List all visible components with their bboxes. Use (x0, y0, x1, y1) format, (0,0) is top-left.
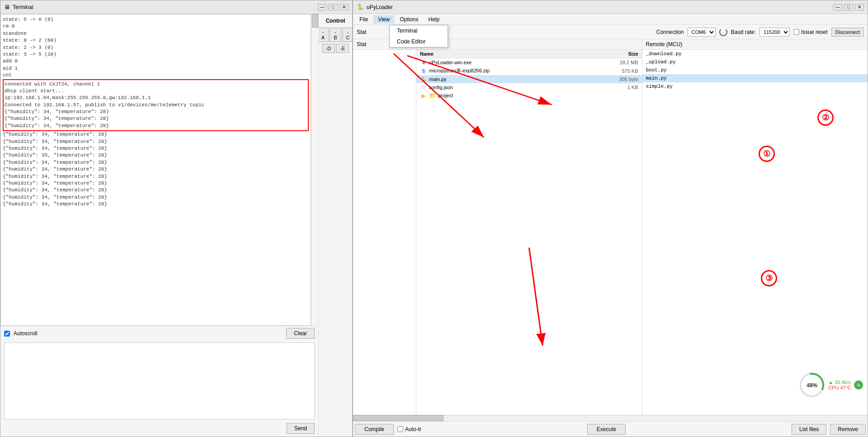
maximize-button[interactable]: □ (329, 4, 338, 10)
window-controls: — □ ✕ (318, 4, 349, 10)
py-icon: 🐍 (420, 76, 427, 82)
terminal-input-area[interactable] (4, 342, 315, 419)
disconnect-button[interactable]: Disconnect (831, 28, 864, 37)
plus-button[interactable]: + (854, 380, 863, 390)
menu-view[interactable]: View (373, 15, 394, 24)
ctrl-b-button[interactable]: -B (330, 28, 341, 42)
baud-label: Baud rate: (731, 29, 756, 35)
execute-button[interactable]: Execute (587, 424, 626, 435)
cpu-stats: ▲ 36.4k/s CPU 47°C (828, 380, 851, 390)
remote-file-upload[interactable]: _upload.py (642, 58, 868, 66)
terminal-footer: Autoscroll Clear (0, 326, 318, 341)
size-column-header: Size (602, 51, 638, 57)
upyloader-window: 🐍 uPyLoader — □ ✕ File View Options Help… (353, 0, 868, 437)
zip-icon: 🗜 (420, 68, 427, 74)
ctrl-a-button[interactable]: -A (317, 28, 329, 42)
folder-open-icon: 📁 (429, 92, 436, 99)
autoscroll-label: Autoscroll (14, 330, 38, 337)
local-header: Name Size (416, 50, 642, 58)
stat-panel (353, 50, 416, 415)
remote-file-simple[interactable]: simple.py (642, 82, 868, 90)
folder-icon: ▶ (420, 92, 427, 99)
upyloader-icon: 🐍 (357, 4, 364, 10)
ctrl-row-1: -A -B -C (317, 28, 352, 42)
upyloader-close-button[interactable]: ✕ (855, 4, 864, 10)
upyloader-maximize-button[interactable]: □ (844, 4, 853, 10)
autoscroll-checkbox[interactable] (4, 331, 10, 337)
control-panel: Control -A -B -C -D -E (318, 14, 352, 437)
ctrl-d-button[interactable]: -D (322, 44, 335, 53)
auto-trans-label: Auto-tr (397, 426, 421, 432)
terminal-body: state: 5 -> 0 (0) rm 0 scandone state: 0… (0, 14, 352, 437)
local-file-micropython[interactable]: 🗜 micropython库-esp8266.zip 575 KB (416, 66, 642, 75)
terminal-text-before: state: 5 -> 0 (0) rm 0 scandone state: 0… (3, 16, 309, 79)
horizontal-scrollbar[interactable] (353, 415, 868, 421)
minimize-button[interactable]: — (318, 4, 327, 10)
local-file-config[interactable]: 📄 config.json 1 KB (416, 83, 642, 91)
close-button[interactable]: ✕ (340, 4, 349, 10)
vertical-scrollbar[interactable] (311, 14, 318, 326)
local-panel: Name Size ▣ uPyLoader-win.exe 28.2 MB 🗜 … (416, 50, 642, 415)
local-section-header: Local (416, 39, 642, 49)
menu-options[interactable]: Options (395, 15, 423, 24)
control-title: Control (326, 18, 345, 24)
ctrl-c-button[interactable]: -C (342, 28, 353, 42)
local-folder-project[interactable]: ▶ 📁 project (416, 91, 642, 100)
issue-reset-label: Issue reset (793, 29, 828, 35)
menu-terminal-item[interactable]: Terminal (390, 25, 448, 36)
menu-help[interactable]: Help (424, 15, 444, 24)
upyloader-minimize-button[interactable]: — (833, 4, 842, 10)
menu-file[interactable]: File (355, 15, 373, 24)
connection-port-select[interactable]: COM6 (688, 28, 716, 37)
terminal-icon: 🖥 (4, 4, 10, 10)
compile-button[interactable]: Compile (355, 424, 394, 435)
terminal-output: state: 5 -> 0 (0) rm 0 scandone state: 0… (0, 14, 311, 326)
view-dropdown: Terminal Code Editor (389, 25, 448, 48)
refresh-icon[interactable] (719, 28, 727, 36)
send-button[interactable]: Send (287, 423, 315, 434)
upyloader-title-left: 🐍 uPyLoader (357, 4, 393, 10)
issue-reset-checkbox[interactable] (793, 29, 799, 35)
menu-bar: File View Options Help Terminal Code Edi… (353, 14, 868, 25)
terminal-titlebar: 🖥 Terminal — □ ✕ (0, 0, 352, 14)
auto-trans-checkbox[interactable] (397, 426, 403, 432)
remote-file-download[interactable]: _download.py (642, 50, 868, 58)
terminal-title: Terminal (13, 4, 33, 10)
local-file-upyloader[interactable]: ▣ uPyLoader-win.exe 28.2 MB (416, 58, 642, 66)
ctrl-row-2: -D -E (322, 44, 349, 53)
ctrl-e-button[interactable]: -E (336, 44, 349, 53)
cpu-gauge-svg: 48% (798, 371, 826, 399)
file-panels: Name Size ▣ uPyLoader-win.exe 28.2 MB 🗜 … (353, 50, 868, 415)
name-column-header: Name (420, 51, 599, 57)
upyloader-titlebar: 🐍 uPyLoader — □ ✕ (353, 0, 868, 14)
remote-file-boot[interactable]: boot.py (642, 66, 868, 74)
hscroll-thumb[interactable] (353, 415, 443, 421)
list-files-button[interactable]: List files (792, 424, 826, 435)
send-area: Send (0, 421, 318, 437)
bottom-bar: Compile Auto-tr Execute List files Remov… (353, 421, 868, 437)
json-icon: 📄 (420, 84, 427, 90)
upyloader-main-content: Stat Local Remote (MCU) Name Size ▣ (353, 39, 868, 421)
remote-section-header: Remote (MCU) (642, 39, 868, 49)
remote-file-main[interactable]: main.py (642, 74, 868, 82)
remote-panel: _download.py _upload.py boot.py main.py … (642, 50, 868, 415)
upyloader-title: uPyLoader (367, 4, 393, 10)
exe-icon: ▣ (420, 59, 427, 66)
svg-text:48%: 48% (807, 382, 817, 389)
terminal-window: 🖥 Terminal — □ ✕ state: 5 -> 0 (0) rm 0 … (0, 0, 353, 437)
remove-button[interactable]: Remove (830, 424, 866, 435)
local-file-main-py[interactable]: 🐍 main.py 305 byte (416, 75, 642, 83)
connection-label: Connection (656, 29, 684, 35)
baud-rate-select[interactable]: 115200 (760, 28, 790, 37)
cpu-gauge-area: 48% ▲ 36.4k/s CPU 47°C + (798, 371, 863, 399)
titlebar-left: 🖥 Terminal (4, 4, 33, 10)
highlighted-output-block: connected with CXJT24, channel 1 dhcp cl… (3, 79, 309, 132)
menu-code-editor-item[interactable]: Code Editor (390, 36, 448, 47)
stat-label: Stat (357, 29, 366, 35)
terminal-text-after: {"humidity": 34, "temperature": 28} {"hu… (3, 131, 309, 208)
upyloader-window-controls: — □ ✕ (833, 4, 864, 10)
clear-button[interactable]: Clear (286, 328, 315, 339)
